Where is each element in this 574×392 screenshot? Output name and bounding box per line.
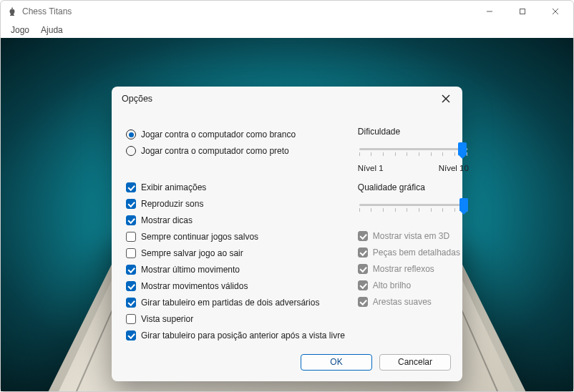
difficulty-min: Nível 1: [358, 164, 384, 172]
checkbox-icon: [358, 264, 368, 274]
check-high-brightness: Alto brilho: [358, 278, 469, 293]
checkbox-label: Girar tabuleiro em partidas de dois adve…: [141, 298, 319, 308]
dialog-title: Opções: [122, 94, 437, 104]
radio-play-white[interactable]: Jogar contra o computador como branco: [126, 127, 345, 142]
client-area: Opções Jogar contra o computador como br…: [1, 38, 573, 391]
checkbox-label: Vista superior: [141, 314, 193, 324]
options-right-column: Dificuldade Nível 1 Nível 10 Qualidade g…: [358, 127, 469, 350]
radio-label: Jogar contra o computador como branco: [141, 129, 296, 139]
dialog-body: Jogar contra o computador como branco Jo…: [112, 111, 462, 350]
maximize-button[interactable]: [506, 1, 539, 22]
check-always-save[interactable]: Sempre salvar jogo ao sair: [126, 245, 345, 261]
radio-play-black[interactable]: Jogar contra o computador como preto: [126, 143, 345, 159]
checkbox-icon: [126, 199, 136, 209]
checkbox-icon: [126, 314, 136, 324]
minimize-button[interactable]: [473, 1, 506, 22]
checkbox-icon: [126, 281, 136, 291]
checkbox-icon: [358, 280, 368, 290]
check-top-view[interactable]: Vista superior: [126, 311, 345, 327]
check-rotate-two-players[interactable]: Girar tabuleiro em partidas de dois adve…: [126, 295, 345, 310]
window-title: Chess Titans: [22, 6, 473, 16]
app-window: Chess Titans Jogo Ajuda Opções: [0, 0, 574, 392]
radio-label: Jogar contra o computador como preto: [141, 146, 289, 156]
checkbox-label: Mostrar vista em 3D: [373, 231, 449, 241]
checkbox-icon: [126, 265, 136, 275]
check-show-3d: Mostrar vista em 3D: [358, 228, 469, 244]
menubar: Jogo Ajuda: [1, 22, 573, 38]
checkbox-label: Peças bem detalhadas: [373, 248, 460, 258]
checkbox-label: Sempre continuar jogos salvos: [141, 232, 258, 242]
app-icon: [6, 6, 18, 17]
ok-button[interactable]: OK: [301, 354, 372, 371]
titlebar: Chess Titans: [1, 1, 573, 22]
checkbox-icon: [358, 248, 368, 258]
quality-label: Qualidade gráfica: [358, 182, 469, 192]
difficulty-max: Nível 10: [439, 164, 469, 172]
checkbox-icon: [126, 182, 136, 192]
slider-thumb-icon: [458, 142, 467, 155]
check-rotate-back[interactable]: Girar tabuleiro para posição anterior ap…: [126, 328, 345, 343]
checkbox-icon: [126, 298, 136, 308]
check-always-continue[interactable]: Sempre continuar jogos salvos: [126, 229, 345, 245]
options-dialog: Opções Jogar contra o computador como br…: [112, 87, 462, 381]
checkbox-label: Mostrar último movimento: [141, 265, 240, 275]
checkbox-icon: [358, 231, 368, 241]
radio-icon: [126, 146, 136, 156]
checkbox-label: Arestas suaves: [373, 297, 432, 307]
options-left-column: Jogar contra o computador como branco Jo…: [126, 127, 345, 350]
check-show-animations[interactable]: Exibir animações: [126, 180, 345, 195]
close-window-button[interactable]: [539, 1, 572, 22]
checkbox-label: Alto brilho: [373, 280, 411, 290]
checkbox-label: Mostrar reflexos: [373, 264, 434, 274]
checkbox-icon: [126, 215, 136, 225]
checkbox-icon: [126, 232, 136, 242]
checkbox-label: Mostrar dicas: [141, 215, 193, 225]
difficulty-range: Nível 1 Nível 10: [358, 164, 469, 172]
dialog-footer: OK Cancelar: [112, 350, 462, 381]
checkbox-label: Reproduzir sons: [141, 199, 203, 209]
checkbox-label: Girar tabuleiro para posição anterior ap…: [141, 330, 345, 340]
slider-thumb-icon: [459, 198, 468, 211]
menu-help[interactable]: Ajuda: [35, 24, 69, 36]
check-smooth-edges: Arestas suaves: [358, 294, 469, 310]
checkbox-label: Mostrar movimentos válidos: [141, 281, 248, 291]
quality-slider[interactable]: [358, 198, 469, 218]
checkbox-label: Exibir animações: [141, 182, 206, 192]
dialog-header: Opções: [112, 87, 462, 111]
dialog-close-button[interactable]: [437, 89, 455, 108]
svg-rect-1: [520, 9, 525, 14]
check-show-tips[interactable]: Mostrar dicas: [126, 212, 345, 228]
checkbox-icon: [126, 330, 136, 340]
check-reflections: Mostrar reflexos: [358, 261, 469, 277]
cancel-button[interactable]: Cancelar: [379, 354, 451, 371]
checkbox-icon: [358, 297, 368, 307]
check-show-last-move[interactable]: Mostrar último movimento: [126, 262, 345, 278]
difficulty-slider[interactable]: [358, 142, 469, 162]
checkbox-label: Sempre salvar jogo ao sair: [141, 248, 243, 258]
check-show-valid-moves[interactable]: Mostrar movimentos válidos: [126, 278, 345, 294]
checkbox-icon: [126, 248, 136, 258]
check-play-sounds[interactable]: Reproduzir sons: [126, 196, 345, 212]
check-detailed-pieces: Peças bem detalhadas: [358, 245, 469, 260]
difficulty-label: Dificuldade: [358, 127, 469, 137]
menu-game[interactable]: Jogo: [5, 24, 35, 36]
radio-icon: [126, 129, 136, 139]
